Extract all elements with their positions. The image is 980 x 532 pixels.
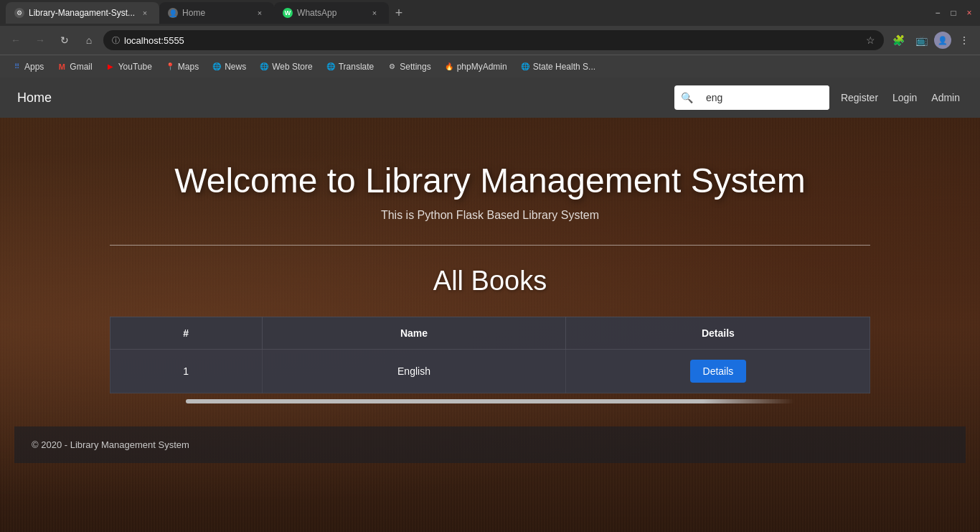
hero-title: Welcome to Library Management System [14, 161, 966, 200]
tab-whatsapp[interactable]: W WhatsApp × [274, 2, 389, 24]
search-icon: 🔍 [681, 92, 693, 103]
tab-library[interactable]: ⚙ Library-Managament-Syst... × [6, 2, 159, 24]
bookmark-translate-label: Translate [339, 62, 374, 72]
navbar-brand[interactable]: Home [17, 90, 52, 106]
browser-chrome: ⚙ Library-Managament-Syst... × 👤 Home × … [0, 0, 980, 78]
hero-content: Welcome to Library Management System Thi… [14, 161, 966, 403]
address-input-wrap[interactable]: ⓘ localhost:5555 ☆ [103, 30, 884, 50]
navbar-right: 🔍 Register Login Admin [674, 85, 963, 110]
bookmark-news[interactable]: 🌐 News [206, 59, 252, 75]
bookmark-phpmyadmin[interactable]: 🔥 phpMyAdmin [438, 59, 513, 75]
back-button[interactable]: ← [6, 30, 26, 50]
new-tab-button[interactable]: + [389, 3, 409, 23]
section-title: All Books [14, 266, 966, 297]
tab-title-whatsapp: WhatsApp [297, 8, 364, 18]
translate-favicon: 🌐 [326, 62, 336, 72]
address-bar: ← → ↻ ⌂ ⓘ localhost:5555 ☆ 🧩 📺 👤 ⋮ [0, 26, 980, 55]
bookmark-settings[interactable]: ⚙ Settings [381, 59, 436, 75]
hero-divider [110, 245, 871, 246]
lock-icon: ⓘ [112, 35, 120, 46]
tab-close-whatsapp[interactable]: × [369, 7, 380, 19]
bookmarks-bar: ⠿ Apps M Gmail ▶ YouTube 📍 Maps 🌐 News 🌐… [0, 55, 980, 78]
bookmark-star-icon[interactable]: ☆ [866, 34, 875, 46]
bookmark-phpmyadmin-label: phpMyAdmin [457, 62, 507, 72]
menu-button[interactable]: ⋮ [954, 30, 974, 50]
tab-home[interactable]: 👤 Home × [159, 2, 274, 24]
bookmark-apps[interactable]: ⠿ Apps [6, 59, 50, 75]
youtube-favicon: ▶ [105, 62, 116, 72]
window-controls: − □ × [933, 8, 974, 18]
close-button[interactable]: × [964, 8, 974, 18]
books-table-wrap: # Name Details 1 English Details [110, 317, 871, 393]
tab-favicon-library: ⚙ [14, 8, 24, 18]
table-body: 1 English Details [110, 350, 870, 393]
table-header-row: # Name Details [110, 317, 870, 350]
tab-favicon-whatsapp: W [283, 8, 293, 18]
search-button[interactable]: 🔍 [674, 85, 700, 110]
table-header: # Name Details [110, 317, 870, 350]
admin-link[interactable]: Admin [928, 88, 963, 108]
maximize-button[interactable]: □ [948, 8, 958, 18]
books-table: # Name Details 1 English Details [110, 317, 871, 393]
bookmark-translate[interactable]: 🌐 Translate [320, 59, 380, 75]
table-row: 1 English Details [110, 350, 870, 393]
bookmark-gmail[interactable]: M Gmail [51, 59, 98, 75]
footer-text: © 2020 - Library Management System [32, 439, 189, 450]
col-header-name: Name [262, 317, 566, 350]
tab-title-home: Home [182, 8, 250, 18]
search-wrap: 🔍 [674, 85, 829, 110]
book-details-cell: Details [566, 350, 870, 393]
bookmark-settings-label: Settings [400, 62, 430, 72]
bookmark-youtube[interactable]: ▶ YouTube [100, 59, 158, 75]
bookmark-gmail-label: Gmail [70, 62, 92, 72]
gmail-favicon: M [57, 62, 67, 72]
tab-close-home[interactable]: × [254, 7, 265, 19]
webstore-favicon: 🌐 [259, 62, 269, 72]
bookmark-youtube-label: YouTube [118, 62, 152, 72]
details-button[interactable]: Details [690, 360, 747, 383]
statehealth-favicon: 🌐 [520, 62, 530, 72]
footer: © 2020 - Library Management System [14, 426, 966, 463]
tab-close-library[interactable]: × [139, 7, 151, 19]
phpmyadmin-favicon: 🔥 [444, 62, 454, 72]
extensions-button[interactable]: 🧩 [888, 30, 908, 50]
settings-favicon: ⚙ [387, 62, 397, 72]
profile-avatar[interactable]: 👤 [934, 32, 951, 49]
minimize-button[interactable]: − [933, 8, 943, 18]
toolbar-actions: 🧩 📺 👤 ⋮ [888, 30, 974, 50]
login-link[interactable]: Login [890, 88, 920, 108]
bookmark-webstore-label: Web Store [272, 62, 312, 72]
refresh-button[interactable]: ↻ [55, 30, 75, 50]
bookmark-news-label: News [225, 62, 246, 72]
book-name: English [262, 350, 566, 393]
search-input[interactable] [700, 85, 829, 110]
app-navbar: Home 🔍 Register Login Admin [0, 78, 980, 118]
maps-favicon: 📍 [165, 62, 175, 72]
bookmark-maps-label: Maps [178, 62, 199, 72]
bookmark-maps[interactable]: 📍 Maps [159, 59, 204, 75]
cast-button[interactable]: 📺 [911, 30, 931, 50]
book-id: 1 [110, 350, 262, 393]
forward-button[interactable]: → [30, 30, 50, 50]
bookmark-statehealth[interactable]: 🌐 State Health S... [514, 59, 601, 75]
bookmark-webstore[interactable]: 🌐 Web Store [253, 59, 318, 75]
col-header-details: Details [566, 317, 870, 350]
tab-title-library: Library-Managament-Syst... [29, 8, 135, 18]
title-bar: ⚙ Library-Managament-Syst... × 👤 Home × … [0, 0, 980, 26]
bookmark-apps-label: Apps [24, 62, 44, 72]
col-header-id: # [110, 317, 262, 350]
news-favicon: 🌐 [212, 62, 222, 72]
bookmark-statehealth-label: State Health S... [533, 62, 595, 72]
hero-subtitle: This is Python Flask Based Library Syste… [14, 209, 966, 222]
scroll-indicator [186, 399, 795, 403]
address-text: localhost:5555 [124, 35, 862, 46]
apps-favicon: ⠿ [11, 62, 22, 72]
tab-favicon-home: 👤 [168, 8, 178, 18]
register-link[interactable]: Register [838, 88, 881, 108]
hero-section: Welcome to Library Management System Thi… [0, 118, 980, 532]
home-button[interactable]: ⌂ [79, 30, 99, 50]
